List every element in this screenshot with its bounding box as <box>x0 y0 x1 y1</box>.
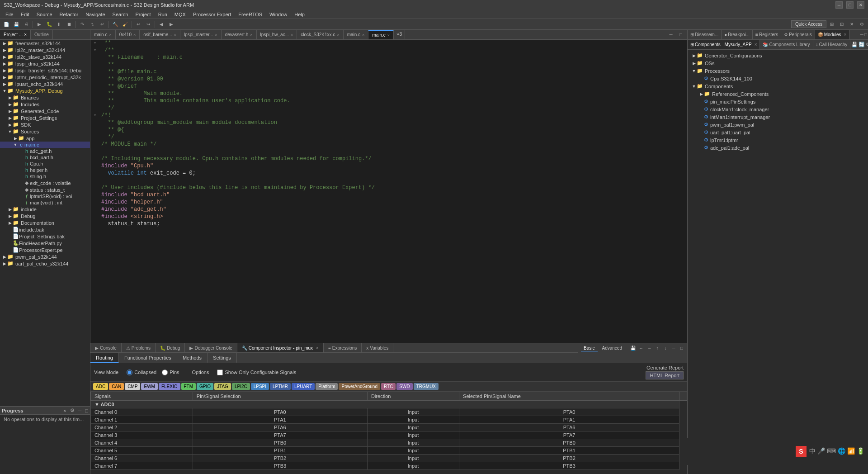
step-into-button[interactable]: ↴ <box>88 20 97 29</box>
perspectives-button[interactable]: ⊞ <box>827 20 836 29</box>
tree-item-binaries[interactable]: ▶ 📁 Binaries <box>0 94 90 101</box>
tree-item-status[interactable]: ◆ status : status_t <box>0 186 90 193</box>
table-row[interactable]: Channel 1 PTA1 Input PTA1 <box>91 416 687 424</box>
tree-item-project-settings[interactable]: ▶ 📁 Project_Settings <box>0 114 90 121</box>
bottom-tab-debug[interactable]: 🐛 Debug <box>156 343 185 352</box>
editor-tab-osif[interactable]: osif_bareme... × <box>140 30 180 39</box>
comp-tree-referenced[interactable]: ▶ 📁 Referenced_Components <box>689 90 866 98</box>
tree-item-lpuart[interactable]: ▶ 📁 lpuart_echo_s32k144 <box>0 81 90 87</box>
components-mysudy-close[interactable]: × <box>755 42 757 47</box>
tree-item-freemaster[interactable]: ▶ 📁 freemaster_s32k144 <box>0 40 90 47</box>
bottom-tab-console[interactable]: ▶ Console <box>90 343 122 352</box>
maximize-button[interactable]: □ <box>846 1 854 9</box>
comp-tree-cpu[interactable]: ⚙ Cpu:S32K144_100 <box>689 75 866 82</box>
debug-tab-modules[interactable]: 📦 Modules × <box>815 30 850 39</box>
open-perspective-button[interactable]: ⊡ <box>837 20 846 29</box>
inspector-maximize-icon[interactable]: □ <box>678 345 685 352</box>
menu-processor-expert[interactable]: Processor Expert <box>189 11 235 18</box>
filter-lpspi[interactable]: LPSPI <box>251 383 269 390</box>
settings-button[interactable]: ⚙ <box>857 20 866 29</box>
filter-swd[interactable]: SWD <box>396 383 412 390</box>
tree-item-app[interactable]: ▶ 📁 app <box>0 135 90 142</box>
tree-item-lptmrisr[interactable]: ƒ lptmrISR(void) : voi <box>0 193 90 199</box>
pin-selection-ch7[interactable]: PTB3 <box>193 462 367 470</box>
editor-tab-addr[interactable]: 0x410 × <box>116 30 140 39</box>
filter-platform[interactable]: Platform <box>316 383 338 390</box>
filter-rtc[interactable]: RTC <box>381 383 396 390</box>
debug-tab-disassem[interactable]: ⊞ Disassem... <box>688 30 722 39</box>
signal-table[interactable]: Signals Pin/Signal Selection Direction S… <box>90 392 687 474</box>
tree-item-generated-code[interactable]: ▶ 📁 Generated_Code <box>0 108 90 114</box>
tree-item-sources[interactable]: ▼ 📁 Sources <box>0 128 90 135</box>
comp-tree-uart-pal[interactable]: ⚙ uart_pal1:uart_pal <box>689 128 866 136</box>
menu-help[interactable]: Help <box>291 11 308 18</box>
tree-item-includes[interactable]: ▶ 📁 Includes <box>0 101 90 108</box>
print-button[interactable]: 🖨 <box>22 20 31 29</box>
menu-source[interactable]: Source <box>33 11 56 18</box>
inspector-save-icon[interactable]: 💾 <box>629 345 637 352</box>
basic-btn[interactable]: Basic <box>581 345 597 351</box>
step-return-button[interactable]: ↵ <box>98 20 107 29</box>
editor-tab-lpspi[interactable]: lpspi_master... × <box>180 30 222 39</box>
filter-jtag[interactable]: JTAG <box>214 383 231 390</box>
table-row[interactable]: Channel 5 PTB1 Input PTB1 <box>91 447 687 455</box>
editor-minimize-btn[interactable]: ─ <box>666 30 675 39</box>
filter-lpuart[interactable]: LPUART <box>292 383 315 390</box>
pin-selection-ch0[interactable]: PTA0 <box>193 408 367 416</box>
editor-tab-clock[interactable]: clock_S32K1xx.c × <box>297 30 343 39</box>
radio-pins-input[interactable] <box>162 370 168 375</box>
editor-tab-main1-close[interactable]: × <box>109 33 111 37</box>
filter-lpi2c[interactable]: LPI2C <box>232 383 250 390</box>
radio-collapsed[interactable]: Collapsed <box>127 370 156 375</box>
menu-run[interactable]: Run <box>155 11 171 18</box>
undo-button[interactable]: ↩ <box>134 20 143 29</box>
html-report-button[interactable]: HTML Report <box>646 371 684 379</box>
pin-selection-ch1[interactable]: PTA1 <box>193 416 367 424</box>
comp-tree-pwm-pal[interactable]: ⚙ pwm_pal1:pwm_pal <box>689 121 866 128</box>
close-button[interactable]: ✕ <box>857 1 864 9</box>
code-editor[interactable]: ▾ ** ▾ /** ** Filename : main.c <box>90 40 687 343</box>
filter-ewm[interactable]: EWM <box>141 383 157 390</box>
editor-tab-addr-close[interactable]: × <box>133 33 136 37</box>
filter-ftm[interactable]: FTM <box>181 383 196 390</box>
editor-tab-osif-close[interactable]: × <box>174 33 176 37</box>
tab-outline[interactable]: Outline <box>31 30 53 39</box>
editor-tab-devassert[interactable]: devassert.h × <box>222 30 257 39</box>
debug-tab-peripherals[interactable]: ⚙ Peripherals <box>781 30 815 39</box>
comp-tree-components[interactable]: ▼ 📁 Components <box>689 82 866 90</box>
editor-tab-main2-close[interactable]: × <box>362 33 364 37</box>
routing-tab-methods[interactable]: Methods <box>177 353 208 363</box>
tree-item-lpspi-dma[interactable]: ▶ 📁 lpspi_dma_s32k144 <box>0 60 90 67</box>
tree-item-adc-get-h[interactable]: h adc_get.h <box>0 148 90 154</box>
editor-tab-devassert-close[interactable]: × <box>250 33 252 37</box>
next-button[interactable]: ▶ <box>167 20 176 29</box>
editor-tab-main1[interactable]: main.c × <box>90 30 116 39</box>
progress-settings-icon[interactable]: ⚙ <box>70 408 75 413</box>
debug-tab-breakpoints[interactable]: ● Breakpoi... <box>722 30 753 39</box>
tree-item-include-bak[interactable]: 📄 include.bak <box>0 226 90 233</box>
editor-tab-main3[interactable]: main.c × <box>368 30 394 39</box>
clean-button[interactable]: 🧹 <box>121 20 130 29</box>
bottom-tab-expressions[interactable]: = Expressions <box>324 343 362 352</box>
stop-button[interactable]: ⏹ <box>65 20 74 29</box>
comp-tree-clockman[interactable]: ⚙ clockMan1:clock_manager <box>689 105 866 113</box>
tree-item-documentation[interactable]: ▶ 📁 Documentation <box>0 219 90 226</box>
radio-collapsed-input[interactable] <box>127 370 132 375</box>
progress-maximize-icon[interactable]: □ <box>85 408 88 413</box>
filter-trgmux[interactable]: TRGMUX <box>414 383 439 390</box>
table-row[interactable]: Channel 2 PTA6 Input PTA6 <box>91 424 687 431</box>
debug-tab-registers[interactable]: ≡ Registers <box>753 30 781 39</box>
progress-minimize-icon[interactable]: ─ <box>78 408 82 413</box>
menu-freertos[interactable]: FreeRTOS <box>235 11 266 18</box>
comp-tab-icon3[interactable]: ⚙ <box>866 42 868 47</box>
tab-components-mysudy[interactable]: ⊞ Components - Mysudy_APP × <box>688 40 760 49</box>
editor-tab-clock-close[interactable]: × <box>337 33 339 37</box>
filter-flexio[interactable]: FLEXIO <box>159 383 180 390</box>
comp-tree-processors[interactable]: ▼ 📁 Processors <box>689 67 866 75</box>
debug-button[interactable]: 🐛 <box>45 20 54 29</box>
new-button[interactable]: 📄 <box>2 20 11 29</box>
taskbar-icon-3[interactable]: ⌨ <box>827 447 836 455</box>
comp-tree-intman[interactable]: ⚙ intMan1:interrupt_manager <box>689 113 866 121</box>
inspector-down-icon[interactable]: ↓ <box>662 345 669 352</box>
minimize-button[interactable]: ─ <box>835 1 843 9</box>
